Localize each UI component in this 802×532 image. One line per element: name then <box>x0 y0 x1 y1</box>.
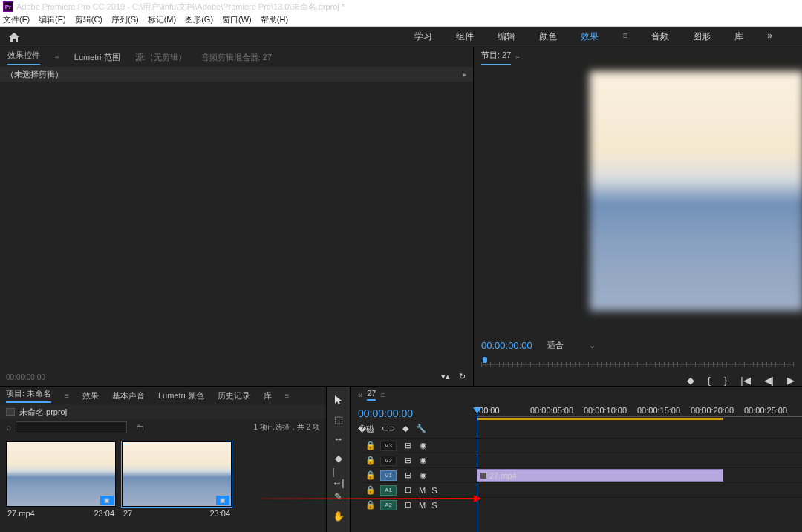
effect-zoom-icon[interactable]: ▾▴ <box>441 372 450 381</box>
lock-icon[interactable]: 🔒 <box>367 456 374 465</box>
expand-icon[interactable]: ▸ <box>463 70 467 79</box>
razor-tool[interactable]: ◆ <box>333 452 345 464</box>
tab-program[interactable]: 节目: 27 <box>481 50 511 65</box>
ws-effects-menu-icon[interactable]: ≡ <box>622 30 627 43</box>
lock-icon[interactable]: 🔒 <box>367 485 374 495</box>
ws-audio[interactable]: 音频 <box>651 30 669 43</box>
lock-icon[interactable]: 🔒 <box>367 500 374 510</box>
tab-project[interactable]: 项目: 未命名 <box>6 388 51 403</box>
tab-source[interactable]: 源:（无剪辑） <box>135 52 186 63</box>
sync-lock-icon[interactable]: ⊟ <box>402 485 413 495</box>
search-input[interactable] <box>16 421 127 433</box>
settings-icon[interactable]: 🔧 <box>416 424 426 435</box>
timeline-ruler[interactable]: :00:00 00:00:05:00 00:00:10:00 00:00:15:… <box>477 403 802 434</box>
chevron-down-icon[interactable]: ⌄ <box>589 341 596 350</box>
goto-in-button[interactable]: |◀ <box>740 375 750 386</box>
tab-lumetri-scopes[interactable]: Lumetri 范围 <box>74 52 120 63</box>
menu-file[interactable]: 文件(F) <box>3 14 30 25</box>
tab-libraries[interactable]: 库 <box>264 390 272 401</box>
program-timecode[interactable]: 00:00:00:00 <box>481 340 532 351</box>
ws-graphics[interactable]: 图形 <box>693 30 711 43</box>
track-label[interactable]: V3 <box>380 441 397 451</box>
linked-selection-icon[interactable]: ⊂⊃ <box>382 424 395 435</box>
track-label[interactable]: A1 <box>380 485 397 496</box>
eye-icon[interactable]: ◉ <box>419 441 428 450</box>
tab-effects[interactable]: 效果 <box>82 390 99 401</box>
project-item[interactable]: ▣ 27.mp4 23:04 <box>6 441 116 520</box>
marker-button[interactable]: ◆ <box>687 375 694 386</box>
tab-menu-icon[interactable]: ≡ <box>55 53 59 62</box>
timeline-timecode[interactable]: 00:00:00:00 <box>358 406 469 424</box>
track-header-v3[interactable]: 🔒 V3 ⊟ ◉ <box>362 438 477 453</box>
ws-color[interactable]: 颜色 <box>539 30 557 43</box>
tab-sequence[interactable]: 27 <box>367 389 376 401</box>
program-playhead[interactable] <box>481 357 489 367</box>
track-label[interactable]: V1 <box>380 470 397 481</box>
track-header-v2[interactable]: 🔒 V2 ⊟ ◉ <box>362 453 477 467</box>
sync-lock-icon[interactable]: ⊟ <box>402 456 413 465</box>
sync-lock-icon[interactable]: ⊟ <box>402 470 413 480</box>
play-button[interactable]: ▶ <box>787 375 795 386</box>
track-header-v1[interactable]: 🔒 V1 ⊟ ◉ <box>362 467 477 482</box>
timeline-nav-icon[interactable]: « <box>358 390 362 399</box>
menu-clip[interactable]: 剪辑(C) <box>75 14 102 25</box>
ws-effects[interactable]: 效果 <box>581 30 599 43</box>
ws-overflow[interactable]: » <box>767 30 772 43</box>
menu-sequence[interactable]: 序列(S) <box>111 14 139 25</box>
step-back-button[interactable]: ◀| <box>764 375 774 386</box>
tab-audio-mixer[interactable]: 音频剪辑混合器: 27 <box>201 52 272 63</box>
ws-library[interactable]: 库 <box>734 30 743 43</box>
snap-icon[interactable]: �磁 <box>358 424 374 435</box>
ws-editing[interactable]: 编辑 <box>498 30 515 43</box>
menu-graphics[interactable]: 图形(G) <box>185 14 213 25</box>
eye-icon[interactable]: ◉ <box>419 456 428 465</box>
track-label[interactable]: A2 <box>380 500 397 510</box>
mute-button[interactable]: M <box>419 486 426 495</box>
ws-assembly[interactable]: 组件 <box>456 30 474 43</box>
tab-history[interactable]: 历史记录 <box>218 390 250 401</box>
mark-out-button[interactable]: } <box>724 375 727 386</box>
marker-icon[interactable]: ◆ <box>402 424 408 435</box>
timeline-menu-icon[interactable]: ≡ <box>380 391 385 399</box>
work-area-bar[interactable] <box>477 418 723 420</box>
menu-help[interactable]: 帮助(H) <box>261 14 288 25</box>
slip-tool[interactable]: |↔| <box>333 471 345 483</box>
sync-lock-icon[interactable]: ⊟ <box>402 500 413 510</box>
type-tool[interactable]: T <box>333 529 345 532</box>
solo-button[interactable]: S <box>431 501 437 510</box>
tab-essential-sound[interactable]: 基本声音 <box>112 390 145 401</box>
timeline-clip[interactable]: 27.mp4 <box>477 469 723 482</box>
program-monitor[interactable] <box>590 71 802 311</box>
solo-button[interactable]: S <box>431 486 437 495</box>
effect-loop-icon[interactable]: ↻ <box>459 372 466 381</box>
hand-tool[interactable]: ✋ <box>333 510 345 522</box>
project-item[interactable]: ▣ 27 23:04 <box>122 441 232 520</box>
pen-tool[interactable]: ✎ <box>333 490 345 502</box>
track-header-a1[interactable]: 🔒 A1 ⊟ M S <box>362 482 477 497</box>
selection-tool[interactable] <box>333 394 345 406</box>
home-icon[interactable] <box>7 31 21 43</box>
ws-learn[interactable]: 学习 <box>414 30 432 43</box>
track-label[interactable]: V2 <box>380 456 397 466</box>
menu-window[interactable]: 窗口(W) <box>222 14 252 25</box>
menu-edit[interactable]: 编辑(E) <box>39 14 66 25</box>
program-scrubber[interactable] <box>481 357 795 370</box>
tab-effect-controls[interactable]: 效果控件 <box>7 50 40 65</box>
track-content[interactable]: 27.mp4 <box>477 438 802 532</box>
program-menu-icon[interactable]: ≡ <box>515 53 520 62</box>
menu-marker[interactable]: 标记(M) <box>148 14 177 25</box>
mute-button[interactable]: M <box>419 501 426 510</box>
libraries-menu-icon[interactable]: ≡ <box>285 392 290 400</box>
track-select-tool[interactable]: ⬚ <box>333 413 345 425</box>
folder-icon[interactable]: 🗀 <box>136 423 144 432</box>
ripple-edit-tool[interactable]: ↔ <box>333 433 345 444</box>
eye-icon[interactable]: ◉ <box>419 470 428 480</box>
search-icon[interactable]: ⌕ <box>6 422 11 433</box>
sync-lock-icon[interactable]: ⊟ <box>402 441 413 450</box>
track-header-a2[interactable]: 🔒 A2 ⊟ M S <box>362 497 477 512</box>
project-menu-icon[interactable]: ≡ <box>65 392 69 400</box>
lock-icon[interactable]: 🔒 <box>367 470 374 480</box>
tab-lumetri-color[interactable]: Lumetri 颜色 <box>158 390 204 401</box>
program-zoom-fit[interactable]: 适合 <box>547 340 564 351</box>
lock-icon[interactable]: 🔒 <box>367 441 374 450</box>
